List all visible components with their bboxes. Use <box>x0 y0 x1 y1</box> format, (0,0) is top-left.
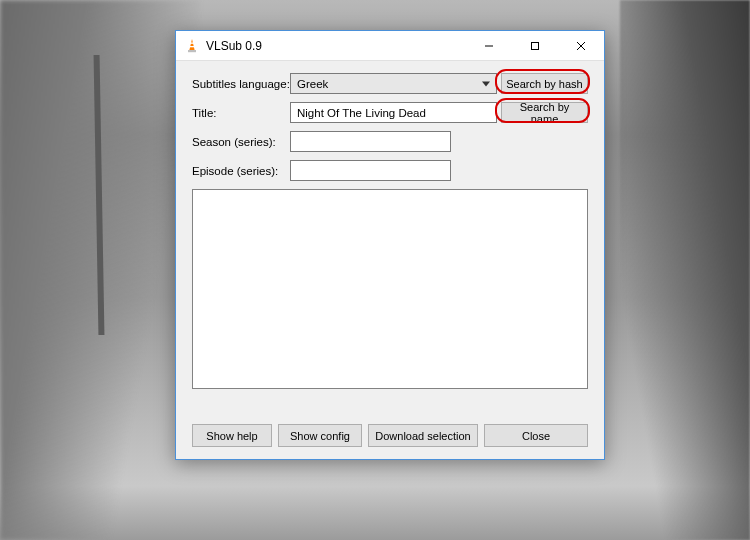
title-input[interactable] <box>290 102 497 123</box>
show-help-button[interactable]: Show help <box>192 424 272 447</box>
language-value: Greek <box>297 78 328 90</box>
close-button[interactable]: Close <box>484 424 588 447</box>
vlsub-window: VLSub 0.9 Subtitles language: Greek Sear… <box>175 30 605 460</box>
close-window-button[interactable] <box>558 31 604 61</box>
episode-input[interactable] <box>290 160 451 181</box>
svg-rect-2 <box>190 46 195 47</box>
title-label: Title: <box>192 107 290 119</box>
titlebar[interactable]: VLSub 0.9 <box>176 31 604 61</box>
language-combobox[interactable]: Greek <box>290 73 497 94</box>
minimize-button[interactable] <box>466 31 512 61</box>
season-label: Season (series): <box>192 136 290 148</box>
background-pole <box>94 55 105 335</box>
maximize-button[interactable] <box>512 31 558 61</box>
download-selection-button[interactable]: Download selection <box>368 424 478 447</box>
episode-label: Episode (series): <box>192 165 290 177</box>
show-config-button[interactable]: Show config <box>278 424 362 447</box>
search-by-hash-button[interactable]: Search by hash <box>501 73 588 94</box>
language-label: Subtitles language: <box>192 78 290 90</box>
results-listbox[interactable] <box>192 189 588 389</box>
form-area: Subtitles language: Greek Search by hash… <box>176 61 604 399</box>
vlc-cone-icon <box>184 38 200 54</box>
season-input[interactable] <box>290 131 451 152</box>
svg-rect-3 <box>532 42 539 49</box>
svg-rect-0 <box>188 50 196 52</box>
footer-buttons: Show help Show config Download selection… <box>192 424 588 447</box>
chevron-down-icon <box>482 81 490 86</box>
search-by-name-button[interactable]: Search by name <box>501 102 588 123</box>
window-title: VLSub 0.9 <box>206 39 262 53</box>
svg-rect-1 <box>190 42 194 43</box>
